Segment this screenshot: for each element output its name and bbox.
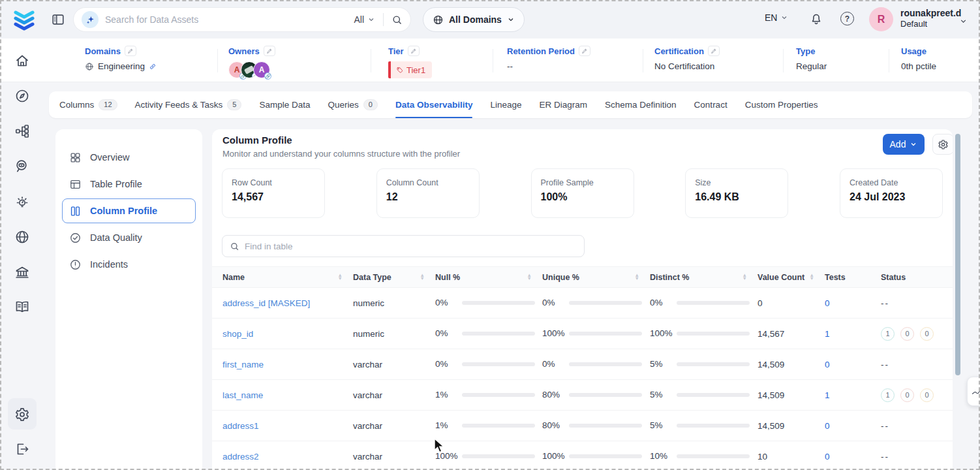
edit-pencil-icon[interactable] bbox=[408, 46, 420, 56]
column-header-name[interactable]: Name▲▼ bbox=[222, 273, 353, 282]
search-scope-dropdown[interactable]: All bbox=[354, 14, 375, 25]
edit-pencil-icon[interactable] bbox=[579, 46, 590, 56]
find-in-table-input[interactable] bbox=[245, 242, 577, 251]
percent-bar-track bbox=[569, 301, 642, 305]
column-name-link[interactable]: shop_id bbox=[222, 329, 253, 339]
nav-label: Column Profile bbox=[90, 206, 157, 216]
tab-activity-feeds-tasks[interactable]: Activity Feeds & Tasks5 bbox=[135, 91, 242, 118]
user-avatar[interactable]: R bbox=[869, 7, 893, 31]
status-badge-failed[interactable]: 0 bbox=[900, 327, 914, 341]
tests-count-link[interactable]: 0 bbox=[825, 360, 830, 369]
add-button[interactable]: Add bbox=[883, 134, 925, 155]
annotation-tool-button[interactable] bbox=[967, 377, 980, 406]
stat-card-column-count: Column Count12 bbox=[376, 168, 480, 218]
tests-count-link[interactable]: 1 bbox=[825, 329, 830, 339]
tab-sample-data[interactable]: Sample Data bbox=[259, 91, 310, 118]
sort-carets-icon[interactable]: ▲▼ bbox=[527, 274, 532, 280]
rail-home-icon[interactable] bbox=[14, 52, 31, 69]
status-badge-aborted[interactable]: 0 bbox=[920, 388, 934, 402]
value-count-cell: 14,509 bbox=[758, 360, 825, 369]
rail-discovery-icon[interactable] bbox=[14, 158, 31, 175]
sort-carets-icon[interactable]: ▲▼ bbox=[810, 274, 814, 280]
profiler-nav-overview[interactable]: Overview bbox=[62, 145, 196, 170]
language-dropdown[interactable]: EN bbox=[765, 12, 788, 23]
tests-count-link[interactable]: 0 bbox=[825, 298, 830, 308]
rail-domains-icon[interactable] bbox=[14, 228, 31, 245]
help-icon[interactable]: ? bbox=[840, 12, 854, 25]
sidebar-toggle-icon[interactable] bbox=[51, 12, 65, 27]
status-badge-success[interactable]: 1 bbox=[881, 327, 895, 341]
edit-pencil-icon[interactable] bbox=[125, 46, 136, 56]
tier-tag[interactable]: Tier1 bbox=[388, 61, 432, 78]
vertical-scrollbar-thumb[interactable] bbox=[955, 134, 960, 375]
tab-data-observability[interactable]: Data Observability bbox=[395, 91, 473, 118]
data-type-cell: varchar bbox=[353, 421, 435, 431]
rail-lineage-icon[interactable] bbox=[14, 123, 31, 140]
tests-count-link[interactable]: 0 bbox=[825, 421, 830, 431]
ai-sparkle-icon[interactable] bbox=[82, 11, 99, 28]
panel-subtitle: Monitor and understand your columns stru… bbox=[222, 149, 460, 159]
rail-glossary-icon[interactable] bbox=[14, 298, 31, 315]
owners-avatar-stack[interactable]: A🔗🔗A🔗 bbox=[228, 61, 270, 78]
find-in-table-search[interactable] bbox=[222, 235, 585, 257]
profiler-nav-column-profile[interactable]: Column Profile bbox=[62, 198, 196, 223]
domain-value[interactable]: Engineering bbox=[98, 61, 145, 71]
column-header-null-[interactable]: Null %▲▼ bbox=[435, 273, 542, 282]
column-name-link[interactable]: address1 bbox=[222, 421, 259, 431]
rail-explore-icon[interactable] bbox=[14, 87, 31, 104]
column-header-distinct-[interactable]: Distinct %▲▼ bbox=[650, 273, 758, 282]
link-icon[interactable] bbox=[149, 63, 157, 70]
rail-insights-icon[interactable] bbox=[14, 193, 31, 210]
entity-field-owners: OwnersA🔗🔗A🔗 bbox=[228, 45, 275, 78]
tab-schema-definition[interactable]: Schema Definition bbox=[605, 91, 677, 118]
rail-governance-icon[interactable] bbox=[14, 264, 31, 281]
tab-lineage[interactable]: Lineage bbox=[490, 91, 521, 118]
sort-carets-icon[interactable]: ▲▼ bbox=[743, 274, 747, 280]
profiler-nav-incidents[interactable]: Incidents bbox=[62, 252, 196, 277]
tab-contract[interactable]: Contract bbox=[694, 91, 727, 118]
user-menu[interactable]: rounakpreet.d Default bbox=[900, 7, 961, 30]
search-input[interactable] bbox=[105, 14, 354, 25]
pen-tool-icon bbox=[971, 386, 980, 397]
profiler-settings-button[interactable] bbox=[932, 134, 953, 155]
sort-carets-icon[interactable]: ▲▼ bbox=[338, 274, 343, 280]
edit-pencil-icon[interactable] bbox=[708, 46, 720, 56]
openmetadata-logo-icon[interactable] bbox=[12, 7, 37, 32]
rail-settings-icon[interactable] bbox=[14, 406, 31, 423]
profiler-nav-data-quality[interactable]: Data Quality bbox=[62, 225, 196, 250]
sort-carets-icon[interactable]: ▲▼ bbox=[635, 274, 639, 280]
tests-count-link[interactable]: 0 bbox=[825, 452, 830, 462]
profiler-nav-table-profile[interactable]: Table Profile bbox=[62, 172, 196, 196]
status-badge-aborted[interactable]: 0 bbox=[920, 327, 934, 341]
tab-custom-properties[interactable]: Custom Properties bbox=[745, 91, 818, 118]
column-name-link[interactable]: address2 bbox=[222, 452, 259, 462]
column-name-link[interactable]: address_id [MASKED] bbox=[222, 298, 310, 308]
notifications-bell-icon[interactable] bbox=[809, 12, 823, 26]
user-menu-chevron-icon[interactable] bbox=[959, 17, 968, 25]
status-badge-failed[interactable]: 0 bbox=[900, 388, 914, 402]
tab-columns[interactable]: Columns12 bbox=[59, 91, 117, 118]
tab-queries[interactable]: Queries0 bbox=[328, 91, 378, 118]
column-header-data-type[interactable]: Data Type▲▼ bbox=[353, 273, 435, 282]
unique-percent-cell: 0% bbox=[542, 298, 650, 309]
all-domains-dropdown[interactable]: All Domains bbox=[423, 7, 525, 32]
column-header-unique-[interactable]: Unique %▲▼ bbox=[542, 273, 650, 282]
column-header-value-count[interactable]: Value Count▲▼ bbox=[758, 273, 825, 282]
field-label: Domains bbox=[85, 46, 121, 56]
owner-avatar[interactable]: A🔗 bbox=[253, 61, 270, 78]
tests-count-link[interactable]: 1 bbox=[825, 390, 830, 400]
global-search-bar[interactable]: All bbox=[73, 7, 411, 32]
column-name-link[interactable]: first_name bbox=[222, 360, 264, 369]
column-name-link[interactable]: last_name bbox=[222, 390, 263, 400]
data-type-cell: varchar bbox=[353, 452, 435, 462]
search-submit-icon[interactable] bbox=[391, 14, 403, 25]
status-empty: -- bbox=[881, 298, 889, 308]
percent-bar-track bbox=[677, 332, 750, 336]
rail-logout-icon[interactable] bbox=[14, 441, 31, 458]
language-label: EN bbox=[765, 12, 777, 23]
tab-er-diagram[interactable]: ER Diagram bbox=[540, 91, 588, 118]
sort-carets-icon[interactable]: ▲▼ bbox=[420, 274, 425, 280]
edit-pencil-icon[interactable] bbox=[264, 46, 275, 56]
stat-label: Size bbox=[695, 178, 778, 187]
status-badge-success[interactable]: 1 bbox=[881, 388, 895, 402]
